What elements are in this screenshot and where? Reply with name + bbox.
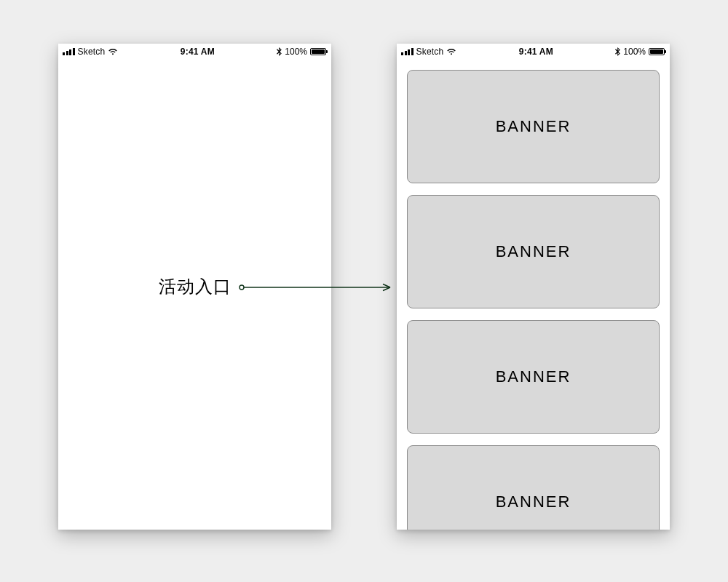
bluetooth-icon — [615, 47, 620, 56]
battery-percent: 100% — [623, 47, 646, 57]
status-bar: Sketch 9:41 AM 100% — [397, 44, 670, 60]
signal-icon — [401, 48, 414, 55]
wifi-icon — [108, 48, 118, 55]
banner-label: BANNER — [496, 242, 571, 261]
banner-label: BANNER — [496, 367, 571, 386]
banner-card[interactable]: BANNER — [407, 445, 660, 530]
status-bar-left: Sketch — [401, 47, 456, 57]
phone-mock-right: Sketch 9:41 AM 100% BANNER BANNE — [397, 44, 670, 530]
banner-card[interactable]: BANNER — [407, 320, 660, 434]
status-time: 9:41 AM — [519, 47, 553, 57]
battery-icon — [649, 48, 665, 55]
activity-entry-link[interactable]: 活动入口 — [159, 275, 232, 298]
banner-card[interactable]: BANNER — [407, 70, 660, 183]
banner-list[interactable]: BANNER BANNER BANNER BANNER — [407, 70, 660, 530]
entry-link-row: 活动入口 — [58, 275, 331, 298]
status-bar-right: 100% — [277, 47, 326, 57]
battery-percent: 100% — [285, 47, 307, 57]
wifi-icon — [446, 48, 456, 55]
bluetooth-icon — [277, 47, 282, 56]
signal-icon — [63, 48, 75, 55]
banner-label: BANNER — [496, 117, 571, 136]
status-time: 9:41 AM — [181, 47, 215, 57]
status-bar-right: 100% — [615, 47, 665, 57]
banner-label: BANNER — [496, 493, 571, 511]
status-bar-left: Sketch — [63, 47, 118, 57]
banner-card[interactable]: BANNER — [407, 195, 660, 308]
phone-mock-left: Sketch 9:41 AM 100% 活动入口 — [58, 44, 331, 530]
carrier-label: Sketch — [416, 47, 444, 57]
status-bar: Sketch 9:41 AM 100% — [58, 44, 331, 60]
carrier-label: Sketch — [78, 47, 106, 57]
battery-icon — [310, 48, 326, 55]
